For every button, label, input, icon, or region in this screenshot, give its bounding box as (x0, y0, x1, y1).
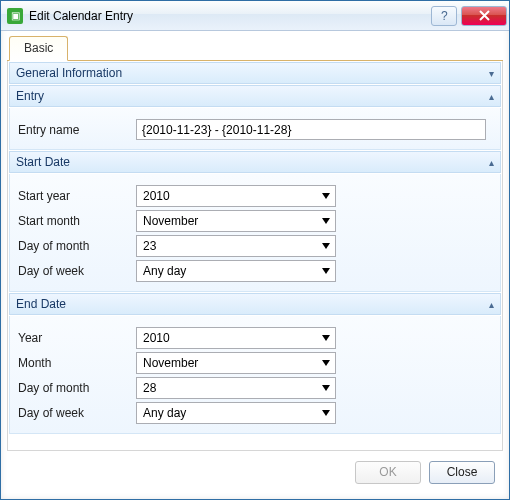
window-title: Edit Calendar Entry (29, 9, 133, 23)
end-dom-value: 28 (137, 381, 317, 395)
dropdown-arrow-icon (317, 261, 335, 281)
dropdown-arrow-icon (317, 353, 335, 373)
start-month-value: November (137, 214, 317, 228)
section-end-title: End Date (16, 297, 489, 311)
chevron-up-icon: ▴ (489, 299, 494, 310)
close-icon (479, 10, 490, 21)
end-month-value: November (137, 356, 317, 370)
chevron-up-icon: ▴ (489, 91, 494, 102)
dropdown-arrow-icon (317, 378, 335, 398)
help-icon: ? (438, 10, 450, 22)
help-button[interactable]: ? (431, 6, 457, 26)
start-dow-value: Any day (137, 264, 317, 278)
dropdown-arrow-icon (317, 236, 335, 256)
app-icon: ▣ (7, 8, 23, 24)
tab-basic-label: Basic (24, 41, 53, 55)
end-year-label: Year (18, 331, 136, 345)
section-general-title: General Information (16, 66, 489, 80)
ok-button[interactable]: OK (355, 461, 421, 484)
section-start-body: Start year 2010 Start month November Day… (9, 174, 501, 292)
dialog-body: Basic General Information ▾ Entry ▴ Entr… (1, 31, 509, 499)
tab-basic[interactable]: Basic (9, 36, 68, 61)
end-dom-combo[interactable]: 28 (136, 377, 336, 399)
start-month-combo[interactable]: November (136, 210, 336, 232)
svg-text:?: ? (441, 10, 448, 22)
dropdown-arrow-icon (317, 186, 335, 206)
section-end-body: Year 2010 Month November Day of month (9, 316, 501, 434)
end-month-combo[interactable]: November (136, 352, 336, 374)
window-close-button[interactable] (461, 6, 507, 26)
chevron-down-icon: ▾ (489, 68, 494, 79)
close-button-label: Close (447, 465, 478, 479)
end-year-combo[interactable]: 2010 (136, 327, 336, 349)
tabstrip: Basic (7, 37, 503, 61)
section-entry-title: Entry (16, 89, 489, 103)
tab-panel-basic: General Information ▾ Entry ▴ Entry name… (7, 61, 503, 451)
section-end-header[interactable]: End Date ▴ (9, 293, 501, 315)
entry-name-label: Entry name (18, 123, 136, 137)
dropdown-arrow-icon (317, 328, 335, 348)
end-year-value: 2010 (137, 331, 317, 345)
close-button[interactable]: Close (429, 461, 495, 484)
dialog-window: ▣ Edit Calendar Entry ? Basic General In… (0, 0, 510, 500)
end-month-label: Month (18, 356, 136, 370)
end-dow-value: Any day (137, 406, 317, 420)
section-start-header[interactable]: Start Date ▴ (9, 151, 501, 173)
start-month-label: Start month (18, 214, 136, 228)
dropdown-arrow-icon (317, 403, 335, 423)
section-entry-body: Entry name (9, 108, 501, 150)
start-dom-combo[interactable]: 23 (136, 235, 336, 257)
start-year-value: 2010 (137, 189, 317, 203)
section-entry-header[interactable]: Entry ▴ (9, 85, 501, 107)
ok-button-label: OK (379, 465, 396, 479)
start-dom-label: Day of month (18, 239, 136, 253)
dropdown-arrow-icon (317, 211, 335, 231)
titlebar: ▣ Edit Calendar Entry ? (1, 1, 509, 31)
entry-name-input[interactable] (136, 119, 486, 140)
section-start-title: Start Date (16, 155, 489, 169)
start-year-combo[interactable]: 2010 (136, 185, 336, 207)
start-dow-combo[interactable]: Any day (136, 260, 336, 282)
end-dow-label: Day of week (18, 406, 136, 420)
start-dow-label: Day of week (18, 264, 136, 278)
end-dow-combo[interactable]: Any day (136, 402, 336, 424)
end-dom-label: Day of month (18, 381, 136, 395)
chevron-up-icon: ▴ (489, 157, 494, 168)
section-general-header[interactable]: General Information ▾ (9, 62, 501, 84)
start-dom-value: 23 (137, 239, 317, 253)
start-year-label: Start year (18, 189, 136, 203)
dialog-footer: OK Close (7, 451, 503, 493)
